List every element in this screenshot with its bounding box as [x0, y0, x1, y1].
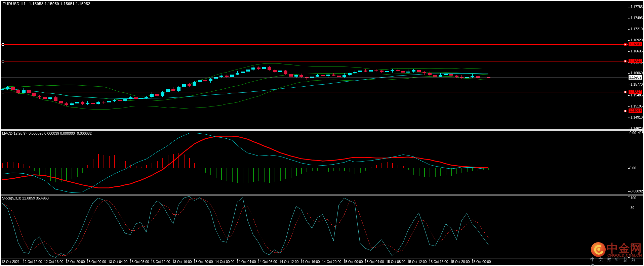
macd-axis-tick: 0.001418	[630, 131, 644, 135]
time-axis-label: 14 Oct 08:00	[258, 260, 277, 264]
price-axis-tick: 1.17785	[631, 5, 643, 9]
stoch-axis-tick: 80	[631, 206, 634, 210]
time-axis-label: 15 Oct 04:00	[365, 260, 384, 264]
time-axis-label: 13 Oct 12:00	[151, 260, 170, 264]
price-axis-tick: 1.15770	[631, 83, 643, 86]
time-axis-label: 13 Oct 00:00	[87, 260, 106, 264]
macd-axis-tick: 0.00	[630, 166, 636, 170]
time-axis-label: 13 Oct 16:00	[172, 260, 192, 264]
time-axis-label: 13 Oct 20:00	[194, 260, 213, 264]
time-axis-label: 13 Oct 04:00	[108, 260, 127, 264]
time-axis-label: 12 Oct 12:00	[23, 260, 42, 264]
price-level-label: 1.15572	[629, 90, 642, 94]
time-axis-label: 14 Oct 16:00	[300, 260, 320, 264]
time-axis-label: 12 Oct 2021	[1, 260, 19, 264]
price-axis-tick: 1.14620	[631, 127, 643, 130]
price-level-label: 1.15087	[629, 108, 642, 113]
time-axis-label: 13 Oct 08:00	[130, 260, 149, 264]
stoch-axis-tick: 0	[631, 253, 633, 257]
price-axis-tick: 1.14910	[631, 116, 643, 119]
time-axis-label: 15 Oct 12:00	[407, 260, 427, 264]
price-axis-tick: 1.17495	[631, 16, 643, 20]
time-axis-label: 15 Oct 08:00	[386, 260, 405, 264]
price-level-label: 1.16817	[629, 42, 642, 46]
chart-canvas[interactable]	[0, 0, 644, 266]
chart-ohlc-info: EURUSD,H11.15958 1.15959 1.15951 1.15952	[3, 2, 90, 6]
price-axis-tick: 1.16920	[631, 38, 643, 42]
price-axis-tick: 1.16060	[631, 71, 643, 75]
time-axis-label: 14 Oct 00:00	[215, 260, 234, 264]
stoch-axis-tick: 20	[631, 244, 634, 248]
time-axis-label: 14 Oct 20:00	[322, 260, 341, 264]
price-axis-tick: 1.15195	[631, 104, 643, 108]
symbol-period: EURUSD,H1	[3, 2, 26, 6]
time-axis-label: 12 Oct 20:00	[66, 260, 85, 264]
time-axis-label: 15 Oct 16:00	[429, 260, 448, 264]
time-axis-label: 15 Oct 00:00	[344, 260, 363, 264]
macd-axis-tick: -0.000926	[630, 189, 644, 193]
time-axis-label: 14 Oct 04:00	[237, 260, 256, 264]
stoch-axis-tick: 100	[631, 196, 636, 200]
price-axis-tick: 1.17210	[631, 27, 643, 31]
price-axis-tick: 1.16635	[631, 49, 643, 53]
time-axis-label: 18 Oct 00:00	[472, 260, 491, 264]
mt4-chart-window: 1.177851.174951.172101.169201.166351.163…	[0, 0, 644, 266]
time-axis-label: 15 Oct 20:00	[450, 260, 470, 264]
time-axis-label: 14 Oct 12:00	[279, 260, 298, 264]
current-price-label: 1.15952	[629, 75, 642, 80]
time-axis-label: 12 Oct 16:00	[44, 260, 63, 264]
stoch-indicator-label: Stoch(5,3,3) 22.0859 35.4963	[2, 196, 49, 200]
price-level-label: 1.16374	[629, 59, 642, 63]
ohlc-values: 1.15958 1.15959 1.15951 1.15952	[29, 2, 90, 6]
macd-indicator-label: MACD(12,26,9) -0.000025 0.000039 0.00000…	[2, 131, 92, 135]
